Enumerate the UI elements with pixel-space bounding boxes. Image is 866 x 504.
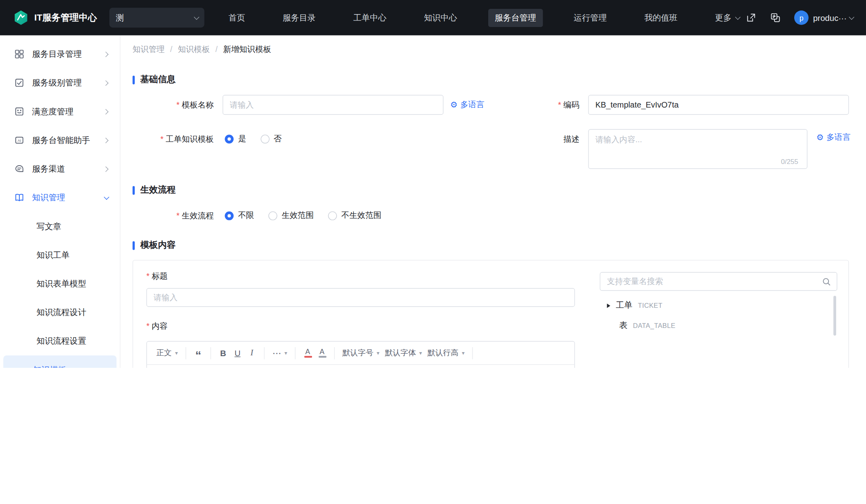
radio-unchecked-icon xyxy=(328,211,337,220)
flow-label: 生效流程 xyxy=(121,206,214,226)
sidebar-subitem-knowledge-flow-settings[interactable]: 知识流程设置 xyxy=(3,327,117,355)
radio-label: 不生效范围 xyxy=(341,210,381,221)
sidebar-subitem-knowledge-form-model[interactable]: 知识表单模型 xyxy=(3,270,117,298)
nav-item-my-duty[interactable]: 我的值班 xyxy=(638,8,684,27)
sidebar-item-ai-assistant[interactable]: AI 服务台智能助手 xyxy=(0,126,120,154)
line-height-label: 默认行高 xyxy=(427,348,458,358)
radio-option-no[interactable]: 否 xyxy=(260,134,282,144)
highlight-color-dropdown[interactable] xyxy=(315,345,329,361)
sidebar-subitem-label: 知识表单模型 xyxy=(36,278,86,289)
radio-option-ineffective-scope[interactable]: 不生效范围 xyxy=(328,210,381,221)
paragraph-style-label: 正文 xyxy=(156,348,172,358)
sidebar-item-service-catalog-mgmt[interactable]: 服务目录管理 xyxy=(0,40,120,68)
multilang-desc-link[interactable]: ⚙ 多语言 xyxy=(816,132,851,142)
chevron-right-icon xyxy=(103,80,109,86)
main-menu: 首页 服务目录 工单中心 知识中心 服务台管理 运行管理 我的值班 更多 xyxy=(222,8,745,27)
editor-toolbar-row-2 xyxy=(147,365,574,368)
sidebar-subitem-label: 知识模板 xyxy=(33,365,66,368)
breadcrumb-knowledge-template[interactable]: 知识模板 xyxy=(178,44,223,55)
code-input[interactable] xyxy=(588,95,849,115)
paragraph-style-dropdown[interactable]: 正文 xyxy=(154,345,181,361)
nav-item-more-label: 更多 xyxy=(715,12,732,23)
sidebar-item-label: 服务台智能助手 xyxy=(32,135,90,145)
description-textarea[interactable] xyxy=(588,129,808,169)
nav-item-service-catalog[interactable]: 服务目录 xyxy=(276,8,322,27)
variable-panel-scrollbar[interactable] xyxy=(833,296,836,336)
underline-icon[interactable] xyxy=(230,345,245,361)
radio-unchecked-icon xyxy=(260,135,269,143)
search-icon xyxy=(822,277,831,286)
sidebar-subitem-label: 写文章 xyxy=(36,221,61,232)
tree-node-name: 表 xyxy=(619,320,628,331)
radio-option-yes[interactable]: 是 xyxy=(225,134,246,144)
code-label: 编码 xyxy=(474,95,579,115)
external-link-icon[interactable] xyxy=(746,12,757,23)
nav-item-ops-mgmt[interactable]: 运行管理 xyxy=(567,8,613,27)
sidebar-item-satisfaction-mgmt[interactable]: 满意度管理 xyxy=(0,97,120,126)
nav-item-servicedesk-mgmt[interactable]: 服务台管理 xyxy=(488,8,543,27)
nav-item-more[interactable]: 更多 xyxy=(708,8,745,27)
sidebar-subitem-knowledge-flow-design[interactable]: 知识流程设计 xyxy=(3,298,117,327)
nav-item-home[interactable]: 首页 xyxy=(222,8,252,27)
user-name: produc··· xyxy=(813,13,847,22)
chevron-down-icon xyxy=(735,14,741,20)
tree-node-data-table[interactable]: 表 DATA_TABLE xyxy=(619,320,676,331)
radio-option-unlimited[interactable]: 不限 xyxy=(225,210,254,221)
section-effective-flow: 生效流程 xyxy=(133,185,176,196)
toolbar-divider xyxy=(264,347,264,359)
tree-node-ticket[interactable]: 工单 TICKET xyxy=(607,300,663,311)
bold-icon[interactable] xyxy=(216,345,231,361)
language-icon[interactable] xyxy=(770,12,781,23)
line-height-dropdown[interactable]: 默认行高 xyxy=(425,345,468,361)
sidebar-item-label: 满意度管理 xyxy=(32,106,73,117)
radio-checked-icon xyxy=(225,211,234,220)
app-logo-icon xyxy=(13,10,29,25)
font-family-dropdown[interactable]: 默认字体 xyxy=(382,345,425,361)
more-formats-dropdown[interactable] xyxy=(270,345,290,361)
section-title: 生效流程 xyxy=(140,185,176,196)
section-basic-info: 基础信息 xyxy=(133,74,176,86)
variable-search-input[interactable] xyxy=(606,276,822,286)
section-title: 模板内容 xyxy=(140,240,176,251)
navbar-actions: p produc··· xyxy=(746,10,853,25)
toolbar-divider xyxy=(210,347,211,359)
sidebar-item-knowledge-mgmt[interactable]: 知识管理 xyxy=(0,183,120,212)
toolbar-divider xyxy=(185,347,186,359)
radio-option-effective-scope[interactable]: 生效范围 xyxy=(269,210,314,221)
gear-icon: ⚙ xyxy=(450,100,457,109)
service-level-icon xyxy=(15,78,25,88)
tree-expand-icon[interactable] xyxy=(607,303,610,308)
content-label: 内容 xyxy=(146,316,168,336)
top-navbar: IT服务管理中心 测 首页 服务目录 工单中心 知识中心 服务台管理 运行管理 … xyxy=(0,0,866,35)
sidebar-item-service-level-mgmt[interactable]: 服务级别管理 xyxy=(0,68,120,97)
sidebar-subitem-knowledge-template[interactable]: 知识模板 xyxy=(3,355,117,368)
user-menu[interactable]: p produc··· xyxy=(794,10,853,25)
variable-search xyxy=(600,272,837,291)
workspace-select[interactable]: 测 xyxy=(109,8,204,27)
nav-item-ticket-center[interactable]: 工单中心 xyxy=(347,8,393,27)
font-color-dropdown[interactable] xyxy=(300,345,315,361)
italic-icon[interactable] xyxy=(245,345,259,361)
nav-item-knowledge-center[interactable]: 知识中心 xyxy=(417,8,464,27)
sidebar-item-label: 服务级别管理 xyxy=(32,77,81,88)
ticket-kb-radio-group: 是 否 xyxy=(225,134,282,144)
font-size-dropdown[interactable]: 默认字号 xyxy=(340,345,383,361)
tree-node-name: 工单 xyxy=(616,300,632,311)
title-input[interactable] xyxy=(146,288,575,307)
tree-node-code: TICKET xyxy=(638,302,662,309)
ai-icon: AI xyxy=(15,135,25,145)
rich-text-editor: 正文 默认字号 默认字体 默认行高 xyxy=(146,341,575,368)
sidebar-item-service-channel[interactable]: 服务渠道 xyxy=(0,155,120,183)
blockquote-icon[interactable] xyxy=(191,345,206,361)
title-label: 标题 xyxy=(146,266,168,286)
sidebar-subitem-write-article[interactable]: 写文章 xyxy=(3,212,117,241)
radio-label: 是 xyxy=(238,134,246,144)
sidebar-item-label: 知识管理 xyxy=(32,192,65,203)
sidebar-subitem-knowledge-ticket[interactable]: 知识工单 xyxy=(3,241,117,269)
font-family-label: 默认字体 xyxy=(385,348,416,358)
breadcrumb-knowledge-mgmt[interactable]: 知识管理 xyxy=(133,44,178,55)
template-name-label: 模板名称 xyxy=(121,95,214,115)
template-name-input[interactable] xyxy=(223,95,443,115)
sidebar: 服务目录管理 服务级别管理 满意度管理 AI 服务台智能助手 服务渠道 知识管理 xyxy=(0,35,121,368)
toolbar-divider xyxy=(472,347,473,359)
